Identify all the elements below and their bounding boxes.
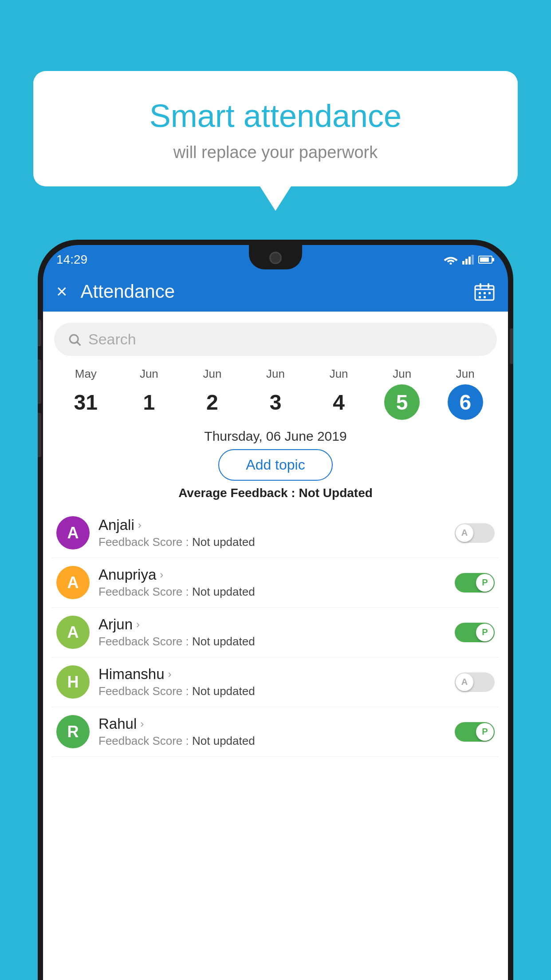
student-info: Arjun ›Feedback Score : Not updated — [98, 616, 448, 648]
attendance-toggle[interactable]: A — [455, 523, 495, 543]
avatar: R — [56, 715, 90, 748]
date-item[interactable]: Jun4 — [307, 367, 370, 420]
svg-rect-3 — [468, 257, 471, 265]
phone-inner: 14:29 — [43, 245, 508, 980]
chevron-right-icon: › — [168, 668, 172, 680]
date-day: 6 — [448, 384, 483, 420]
date-item[interactable]: Jun6 — [433, 367, 497, 420]
date-item[interactable]: May31 — [54, 367, 118, 420]
date-month: May — [75, 367, 97, 381]
student-item[interactable]: AArjun ›Feedback Score : Not updatedP — [52, 608, 499, 657]
phone-frame: 14:29 — [38, 240, 513, 980]
average-feedback: Average Feedback : Not Updated — [43, 486, 508, 500]
student-name: Anjali › — [98, 517, 448, 533]
feedback-value: Not updated — [192, 734, 255, 747]
date-item[interactable]: Jun1 — [118, 367, 181, 420]
attendance-toggle[interactable]: P — [455, 623, 495, 642]
student-feedback: Feedback Score : Not updated — [98, 684, 448, 698]
student-name: Rahul › — [98, 715, 448, 732]
date-day: 1 — [131, 384, 167, 420]
student-name: Anupriya › — [98, 566, 448, 583]
search-icon — [67, 332, 82, 347]
avg-feedback-value: Not Updated — [299, 486, 372, 500]
svg-rect-2 — [465, 259, 468, 265]
search-bar[interactable]: Search — [54, 323, 497, 356]
svg-rect-1 — [462, 261, 464, 265]
date-month: Jun — [266, 367, 285, 381]
date-day: 31 — [68, 384, 103, 420]
add-topic-button[interactable]: Add topic — [218, 449, 332, 481]
avg-feedback-label: Average Feedback : — [178, 486, 299, 500]
avatar: A — [56, 516, 90, 549]
date-month: Jun — [140, 367, 158, 381]
feedback-value: Not updated — [192, 585, 255, 598]
svg-rect-13 — [484, 296, 486, 298]
svg-line-15 — [77, 342, 80, 345]
search-placeholder: Search — [88, 331, 136, 348]
student-feedback: Feedback Score : Not updated — [98, 734, 448, 748]
volume-up-button — [38, 320, 41, 346]
chevron-right-icon: › — [136, 618, 140, 631]
bubble-title: Smart attendance — [60, 98, 491, 134]
toggle-thumb: A — [456, 524, 473, 542]
date-item[interactable]: Jun2 — [181, 367, 244, 420]
speech-bubble: Smart attendance will replace your paper… — [33, 71, 518, 186]
svg-rect-9 — [479, 292, 481, 294]
notch — [249, 245, 302, 269]
avatar: H — [56, 665, 90, 699]
svg-rect-7 — [480, 283, 481, 288]
avatar: A — [56, 616, 90, 649]
student-feedback: Feedback Score : Not updated — [98, 535, 448, 549]
svg-rect-12 — [479, 296, 481, 298]
bubble-subtitle: will replace your paperwork — [60, 143, 491, 162]
date-item[interactable]: Jun3 — [244, 367, 307, 420]
date-item[interactable]: Jun5 — [370, 367, 434, 420]
volume-down-button — [38, 360, 41, 404]
selected-date-label: Thursday, 06 June 2019 — [43, 429, 508, 444]
svg-rect-8 — [488, 283, 489, 288]
power-button — [510, 328, 513, 364]
toggle-thumb: P — [476, 624, 494, 641]
svg-rect-11 — [488, 292, 491, 294]
app-header: × Attendance — [43, 272, 508, 312]
camera-button — [38, 413, 41, 457]
chevron-right-icon: › — [140, 718, 144, 730]
battery-icon — [478, 256, 492, 264]
close-button[interactable]: × — [56, 281, 67, 302]
status-icons — [444, 255, 492, 265]
chevron-right-icon: › — [138, 519, 142, 531]
svg-rect-10 — [484, 292, 486, 294]
wifi-icon — [444, 255, 458, 265]
student-item[interactable]: RRahul ›Feedback Score : Not updatedP — [52, 707, 499, 757]
student-name: Himanshu › — [98, 666, 448, 683]
header-title: Attendance — [81, 281, 474, 302]
toggle-thumb: P — [476, 723, 494, 741]
signal-icon — [462, 255, 474, 265]
student-feedback: Feedback Score : Not updated — [98, 585, 448, 599]
attendance-toggle[interactable]: P — [455, 573, 495, 593]
date-month: Jun — [456, 367, 475, 381]
student-list: AAnjali ›Feedback Score : Not updatedAAA… — [43, 508, 508, 757]
date-day: 2 — [194, 384, 230, 420]
student-item[interactable]: HHimanshu ›Feedback Score : Not updatedA — [52, 657, 499, 707]
student-info: Anupriya ›Feedback Score : Not updated — [98, 566, 448, 599]
student-item[interactable]: AAnjali ›Feedback Score : Not updatedA — [52, 508, 499, 558]
attendance-toggle[interactable]: A — [455, 672, 495, 692]
calendar-icon[interactable] — [474, 282, 495, 301]
screen-content: Search May31Jun1Jun2Jun3Jun4Jun5Jun6 Thu… — [43, 312, 508, 980]
svg-rect-4 — [472, 255, 474, 265]
svg-point-0 — [450, 262, 452, 265]
date-month: Jun — [203, 367, 221, 381]
student-info: Anjali ›Feedback Score : Not updated — [98, 517, 448, 549]
toggle-thumb: A — [456, 673, 473, 691]
feedback-value: Not updated — [192, 635, 255, 648]
feedback-value: Not updated — [192, 535, 255, 549]
svg-point-14 — [70, 335, 78, 343]
date-day: 4 — [321, 384, 357, 420]
student-item[interactable]: AAnupriya ›Feedback Score : Not updatedP — [52, 558, 499, 608]
date-day: 5 — [384, 384, 420, 420]
student-info: Rahul ›Feedback Score : Not updated — [98, 715, 448, 748]
front-camera — [269, 252, 282, 264]
attendance-toggle[interactable]: P — [455, 722, 495, 742]
avatar: A — [56, 566, 90, 599]
